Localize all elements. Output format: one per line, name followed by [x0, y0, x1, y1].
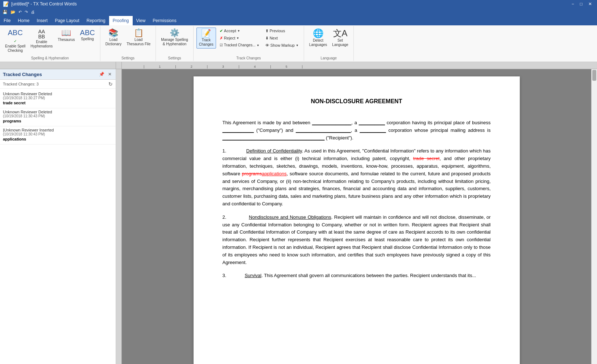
close-button[interactable]: ✕: [586, 0, 594, 8]
tracked-changes-count: Tracked Changes: 3: [3, 82, 39, 86]
load-thesaurus-icon: 📋: [134, 29, 144, 37]
section-1-paragraph: 1. Definition of Confidentiality. As use…: [223, 147, 491, 208]
change-date-2: (10/19/2018 11:30:43 PM): [3, 114, 113, 118]
panel-title: Tracked Changes: [3, 72, 42, 77]
tracked-changes-count-row: Tracked Changes: 3 ↻: [0, 80, 116, 89]
section-2-heading: Nondisclosure and Nonuse Obligations: [249, 214, 331, 220]
reject-button[interactable]: ✗ Reject ▼: [217, 35, 262, 42]
panel-header: Tracked Changes 📌 ✕: [0, 69, 116, 80]
document-scroll-area[interactable]: NON-DISCLOSURE AGREEMENT This Agreement …: [122, 69, 591, 364]
change-date-3: (10/19/2018 11:30:43 PM): [3, 132, 113, 136]
menu-view[interactable]: View: [133, 16, 149, 25]
deleted-text-programs: programs: [242, 171, 262, 176]
thesaurus-icon: 📖: [61, 29, 71, 37]
set-language-button[interactable]: 文A SetLanguage: [330, 28, 351, 49]
change-type-2: Unknown Reviewer Deleted: [3, 110, 113, 114]
open-qa-button[interactable]: 📂: [9, 9, 17, 15]
next-icon: ⬇: [265, 36, 269, 41]
hyphenation-icon: AABB: [38, 29, 45, 39]
show-markup-dropdown-arrow: ▼: [296, 44, 299, 47]
ribbon-group-track-changes: 📝 TrackChanges ✔ Accept ▼ ✗ Reject ▼ ☑ T…: [194, 26, 304, 61]
main-container: Tracked Changes 📌 ✕ Tracked Changes: 3 ↻…: [0, 69, 597, 364]
save-qa-button[interactable]: 💾: [1, 9, 9, 15]
app-icon: 📝: [3, 1, 9, 7]
document-page: NON-DISCLOSURE AGREEMENT This Agreement …: [194, 76, 520, 364]
previous-icon: ⬆: [265, 29, 269, 33]
menu-home[interactable]: Home: [14, 16, 33, 25]
change-item-1[interactable]: Unknown Reviewer Deleted (10/19/2018 11:…: [0, 90, 116, 108]
menu-file[interactable]: File: [0, 16, 14, 25]
enable-spell-checking-button[interactable]: ABC✓ Enable SpellChecking: [3, 28, 28, 54]
detect-lang-icon: 🌐: [313, 29, 324, 38]
accept-button[interactable]: ✔ Accept ▼: [217, 28, 262, 34]
inserted-text-applications: applications: [262, 171, 287, 176]
load-thesaurus-file-button[interactable]: 📋 LoadThesaurus File: [124, 28, 153, 48]
track-changes-button[interactable]: 📝 TrackChanges: [196, 28, 216, 49]
previous-button[interactable]: ⬆ Previous: [263, 28, 301, 34]
redo-qa-button[interactable]: ↷: [24, 9, 29, 15]
change-item-2[interactable]: Unknown Reviewer Deleted (10/19/2018 11:…: [0, 108, 116, 126]
set-lang-icon: 文A: [333, 29, 348, 38]
undo-qa-button[interactable]: ↶: [17, 9, 23, 15]
accept-dropdown-arrow: ▼: [237, 29, 240, 33]
reject-icon: ✗: [220, 36, 223, 41]
panel-close-button[interactable]: ✕: [107, 71, 113, 77]
show-markup-button[interactable]: 👁 Show Markup ▼: [263, 42, 301, 49]
spelling-button[interactable]: ABC Spelling: [78, 28, 97, 43]
load-dict-icon: 📚: [108, 29, 118, 37]
change-date-1: (10/19/2018 11:30:27 PM): [3, 96, 113, 100]
print-qa-button[interactable]: 🖨: [30, 9, 36, 15]
title-text: [untitled]* - TX Text Control Words: [11, 1, 77, 7]
spell-check-icon: ABC✓: [8, 29, 23, 43]
manage-group-label: Settings: [156, 56, 193, 60]
minimize-button[interactable]: −: [569, 0, 576, 8]
ribbon-group-load: 📚 LoadDictionary 📋 LoadThesaurus File Se…: [100, 26, 156, 61]
horizontal-ruler: | 1 | 2 | 3 | 4 | 5 |: [0, 62, 597, 69]
menu-insert[interactable]: Insert: [33, 16, 51, 25]
intro-paragraph: This Agreement is made by and between __…: [223, 119, 491, 142]
maximize-button[interactable]: □: [578, 0, 585, 8]
nav-group: ⬆ Previous ⬇ Next 👁 Show Markup ▼: [263, 28, 301, 49]
vertical-ruler: [116, 69, 122, 364]
quick-access-toolbar: 💾 📂 ↶ ↷ 🖨: [0, 8, 597, 16]
change-text-1: trade secret: [3, 101, 113, 105]
language-group-label: Language: [304, 56, 353, 60]
section-3-paragraph: 3. Survival. This Agreement shall govern…: [223, 272, 491, 280]
detect-languages-button[interactable]: 🌐 DetectLanguages: [307, 28, 329, 49]
accept-reject-group: ✔ Accept ▼ ✗ Reject ▼ ☑ Tracked Changes.…: [217, 28, 262, 49]
enable-hyphenations-button[interactable]: AABB EnableHyphenations: [28, 28, 55, 50]
document-area-with-ruler: NON-DISCLOSURE AGREEMENT This Agreement …: [116, 69, 597, 364]
title-bar: 📝 [untitled]* - TX Text Control Words − …: [0, 0, 597, 8]
menu-page-layout[interactable]: Page Layout: [51, 16, 83, 25]
document-content: This Agreement is made by and between __…: [223, 119, 491, 280]
ribbon-group-spelling: ABC✓ Enable SpellChecking AABB EnableHyp…: [0, 26, 100, 61]
show-markup-icon: 👁: [265, 43, 269, 48]
menu-proofing[interactable]: Proofing: [109, 16, 133, 25]
refresh-button[interactable]: ↻: [108, 81, 113, 87]
change-type-1: Unknown Reviewer Deleted: [3, 92, 113, 96]
thesaurus-button[interactable]: 📖 Thesaurus: [55, 28, 77, 43]
accept-icon: ✔: [220, 29, 223, 33]
next-button[interactable]: ⬇ Next: [263, 35, 301, 42]
manage-spelling-button[interactable]: ⚙️ Manage Spelling& Hyphenation: [159, 28, 190, 48]
panel-controls: 📌 ✕: [98, 71, 113, 77]
manage-spelling-icon: ⚙️: [170, 29, 179, 37]
vertical-scrollbar[interactable]: [591, 69, 597, 364]
deleted-text-trade-secret: trade secret: [413, 156, 440, 161]
tracked-changes-panel: Tracked Changes 📌 ✕ Tracked Changes: 3 ↻…: [0, 69, 116, 364]
panel-pin-button[interactable]: 📌: [98, 71, 105, 77]
load-dictionary-button[interactable]: 📚 LoadDictionary: [103, 28, 124, 48]
section-3-heading: Survival: [245, 273, 261, 278]
section-2-paragraph: 2. Nondisclosure and Nonuse Obligations.…: [223, 214, 491, 267]
menu-bar: File Home Insert Page Layout Reporting P…: [0, 16, 597, 25]
scrollbar-thumb[interactable]: [592, 70, 596, 81]
tracked-changes-menu-button[interactable]: ☑ Tracked Changes... ▼: [217, 42, 262, 49]
ribbon: ABC✓ Enable SpellChecking AABB EnableHyp…: [0, 25, 597, 62]
window-controls: − □ ✕: [569, 0, 594, 8]
change-item-3[interactable]: |Unknown Reviewer Inserted (10/19/2018 1…: [0, 126, 116, 145]
document-title: NON-DISCLOSURE AGREEMENT: [223, 98, 491, 105]
spelling-icon: ABC: [80, 29, 95, 36]
menu-reporting[interactable]: Reporting: [83, 16, 109, 25]
ribbon-group-manage: ⚙️ Manage Spelling& Hyphenation Settings: [156, 26, 194, 61]
menu-permissions[interactable]: Permissions: [149, 16, 180, 25]
